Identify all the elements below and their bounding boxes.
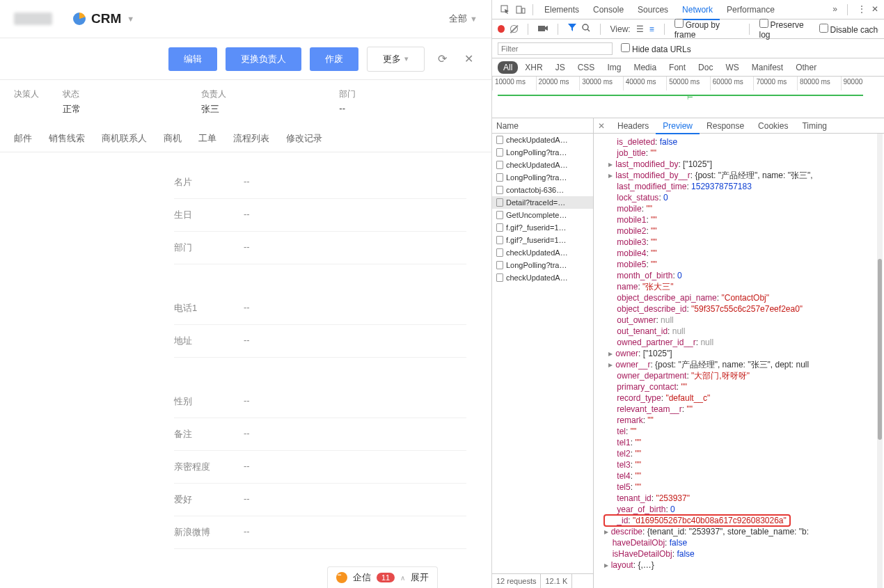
request-item[interactable]: f.gif?_fuserid=1… bbox=[492, 234, 593, 246]
devtools-close-icon[interactable]: ✕ bbox=[871, 4, 878, 15]
tab-item[interactable]: 流程列表 bbox=[233, 132, 269, 145]
filter-input[interactable] bbox=[498, 42, 613, 55]
json-line[interactable]: year_of_birth: 0 bbox=[608, 504, 884, 515]
json-line[interactable]: record_type: "default__c" bbox=[608, 392, 884, 404]
json-line[interactable]: last_modified_time: 1529378757183 bbox=[608, 181, 884, 192]
type-chip[interactable]: XHR bbox=[519, 61, 548, 74]
request-item[interactable]: Detail?traceId=… bbox=[492, 196, 593, 209]
json-line[interactable]: ▸describe: {tenant_id: "253937", store_t… bbox=[608, 526, 884, 537]
close-preview-icon[interactable]: ✕ bbox=[598, 121, 605, 131]
large-rows-icon[interactable]: ☰ bbox=[636, 24, 644, 34]
json-line[interactable]: object_describe_id: "59f357c55c6c257e7ee… bbox=[608, 303, 884, 315]
devtools-tab[interactable]: Console bbox=[586, 1, 631, 19]
json-line[interactable]: owned_partner_id__r: null bbox=[608, 337, 884, 348]
json-line[interactable]: tel1: "" bbox=[608, 437, 884, 448]
json-line[interactable]: mobile: "" bbox=[608, 203, 884, 214]
json-line[interactable]: job_title: "" bbox=[608, 148, 884, 159]
json-line[interactable]: tel: "" bbox=[608, 426, 884, 437]
preview-tab[interactable]: Cookies bbox=[751, 119, 795, 133]
request-item[interactable]: f.gif?_fuserid=1… bbox=[492, 221, 593, 234]
devtools-tab[interactable]: Performance bbox=[720, 1, 782, 19]
request-item[interactable]: LongPolling?tra… bbox=[492, 146, 593, 159]
chat-bar[interactable]: 企信 11 ∧ 展开 bbox=[327, 566, 438, 588]
json-line[interactable]: ▸owner__r: {post: "产品经理", name: "张三", de… bbox=[608, 359, 884, 370]
json-line[interactable]: name: "张大三" bbox=[608, 281, 884, 292]
json-line[interactable]: mobile1: "" bbox=[608, 214, 884, 225]
json-line[interactable]: is_deleted: false bbox=[608, 136, 884, 148]
tab-item[interactable]: 修改记录 bbox=[286, 132, 322, 145]
overflow-icon[interactable]: » bbox=[832, 4, 837, 15]
group-by-frame-checkbox[interactable]: Group by frame bbox=[674, 19, 739, 40]
json-line[interactable]: object_describe_api_name: "ContactObj" bbox=[608, 292, 884, 303]
more-button[interactable]: 更多 ▾ bbox=[367, 47, 425, 72]
tab-item[interactable]: 邮件 bbox=[14, 132, 32, 145]
json-line[interactable]: ▸last_modified_by__r: {post: "产品经理", nam… bbox=[608, 170, 884, 181]
json-line[interactable]: haveDetailObj: false bbox=[608, 537, 884, 548]
json-line[interactable]: month_of_birth: 0 bbox=[608, 270, 884, 281]
json-line[interactable]: isHaveDetailObj: false bbox=[608, 548, 884, 559]
type-chip[interactable]: JS bbox=[550, 61, 571, 74]
tab-item[interactable]: 工单 bbox=[198, 132, 216, 145]
type-chip[interactable]: Img bbox=[601, 61, 626, 74]
json-line[interactable]: relevant_team__r: "" bbox=[608, 404, 884, 415]
hide-data-urls-checkbox[interactable]: Hide data URLs bbox=[621, 43, 691, 54]
devtools-tab[interactable]: Elements bbox=[537, 1, 586, 19]
request-item[interactable]: GetUncomplete… bbox=[492, 209, 593, 221]
type-chip[interactable]: CSS bbox=[572, 61, 601, 74]
json-line[interactable]: tel3: "" bbox=[608, 459, 884, 470]
app-title[interactable]: CRM ▼ bbox=[73, 11, 134, 26]
json-preview[interactable]: is_deleted: false job_title: "" ▸last_mo… bbox=[594, 134, 884, 588]
request-item[interactable]: checkUpdatedA… bbox=[492, 271, 593, 284]
request-item[interactable]: LongPolling?tra… bbox=[492, 259, 593, 271]
json-line[interactable]: remark: "" bbox=[608, 415, 884, 426]
json-line[interactable]: mobile5: "" bbox=[608, 259, 884, 270]
request-item[interactable]: checkUpdatedA… bbox=[492, 159, 593, 171]
json-line[interactable]: ▸owner: ["1025"] bbox=[608, 348, 884, 359]
discard-button[interactable]: 作废 bbox=[310, 47, 358, 71]
scrollbar-thumb[interactable] bbox=[878, 259, 882, 440]
request-item[interactable]: checkUpdatedA… bbox=[492, 246, 593, 259]
inspect-icon[interactable] bbox=[498, 2, 513, 17]
json-line[interactable]: out_tenant_id: null bbox=[608, 326, 884, 337]
record-icon[interactable] bbox=[498, 25, 505, 33]
json-line[interactable]: owner_department: "大部门,呀呀呀" bbox=[608, 370, 884, 381]
json-line[interactable]: _id: "d169505267bc40b08a617c926083026a" bbox=[608, 515, 884, 526]
search-icon[interactable] bbox=[582, 24, 590, 34]
preview-tab[interactable]: Preview bbox=[656, 119, 700, 134]
disable-cache-checkbox[interactable]: Disable cache bbox=[819, 24, 878, 35]
type-chip[interactable]: Font bbox=[663, 61, 691, 74]
json-line[interactable]: lock_status: 0 bbox=[608, 192, 884, 203]
json-line[interactable]: mobile3: "" bbox=[608, 237, 884, 248]
preserve-log-checkbox[interactable]: Preserve log bbox=[759, 19, 814, 40]
json-line[interactable]: ▸last_modified_by: ["1025"] bbox=[608, 159, 884, 170]
json-line[interactable]: out_owner: null bbox=[608, 315, 884, 326]
tab-item[interactable]: 商机联系人 bbox=[102, 132, 147, 145]
clear-icon[interactable] bbox=[510, 25, 517, 33]
kebab-icon[interactable]: ⋮ bbox=[858, 4, 866, 15]
camera-icon[interactable] bbox=[538, 24, 548, 34]
json-line[interactable]: mobile4: "" bbox=[608, 248, 884, 259]
type-chip[interactable]: Media bbox=[628, 61, 662, 74]
edit-button[interactable]: 编辑 bbox=[168, 47, 217, 71]
devtools-tab[interactable]: Network bbox=[675, 1, 720, 20]
preview-tab[interactable]: Headers bbox=[610, 119, 656, 133]
type-chip[interactable]: Doc bbox=[693, 61, 718, 74]
json-line[interactable]: tel5: "" bbox=[608, 482, 884, 493]
request-item[interactable]: checkUpdatedA… bbox=[492, 134, 593, 146]
type-chip[interactable]: WS bbox=[720, 61, 744, 74]
preview-tab[interactable]: Timing bbox=[795, 119, 834, 133]
change-owner-button[interactable]: 更换负责人 bbox=[226, 47, 301, 71]
refresh-icon[interactable]: ⟳ bbox=[433, 50, 451, 68]
type-chip[interactable]: Other bbox=[790, 61, 822, 74]
type-chip[interactable]: Manifest bbox=[746, 61, 789, 74]
filter-icon[interactable] bbox=[568, 24, 576, 34]
tab-item[interactable]: 商机 bbox=[164, 132, 182, 145]
json-line[interactable]: primary_contact: "" bbox=[608, 381, 884, 392]
preview-tab[interactable]: Response bbox=[700, 119, 751, 133]
request-item[interactable]: contactobj-636… bbox=[492, 184, 593, 196]
json-line[interactable]: tenant_id: "253937" bbox=[608, 493, 884, 504]
timeline[interactable]: 10000 ms20000 ms30000 ms40000 ms50000 ms… bbox=[492, 77, 884, 118]
waterfall-icon[interactable]: ≡ bbox=[649, 24, 654, 34]
close-icon[interactable]: ✕ bbox=[459, 50, 477, 68]
json-line[interactable]: mobile2: "" bbox=[608, 225, 884, 237]
